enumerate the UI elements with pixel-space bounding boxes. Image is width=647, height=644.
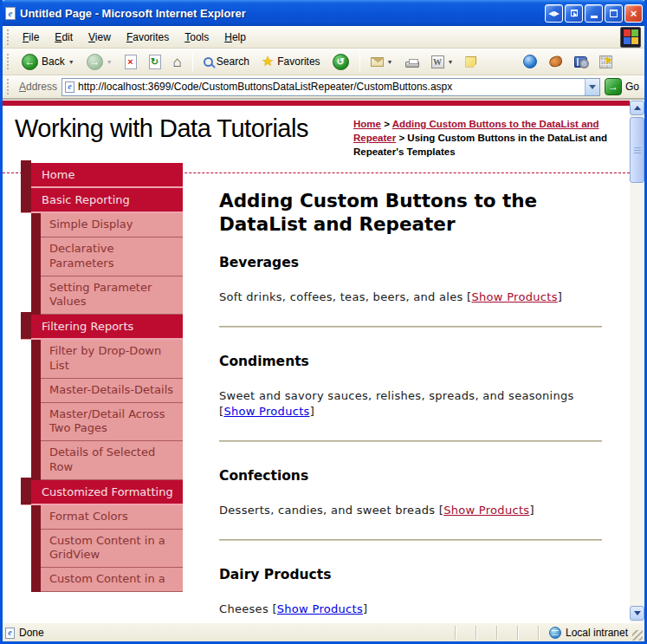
status-bar: e Done Local intranet — [3, 622, 644, 642]
category-section-condiments: Condiments Sweet and savory sauces, reli… — [219, 354, 602, 442]
bracket: ] — [558, 290, 562, 303]
favorites-button[interactable]: ★Favorites — [256, 52, 326, 71]
close-button[interactable]: × — [624, 4, 643, 23]
menu-edit[interactable]: Edit — [47, 29, 81, 46]
category-section-beverages: Beverages Soft drinks, coffees, teas, be… — [219, 255, 602, 328]
forward-button[interactable]: → ▼ — [81, 51, 118, 73]
sidebar-item-declarative-parameters[interactable]: Declarative Parameters — [41, 237, 183, 276]
category-name: Confections — [219, 468, 602, 484]
sidebar-item-custom-content[interactable]: Custom Content in a — [41, 568, 183, 592]
menu-favorites[interactable]: Favorites — [119, 29, 177, 46]
sidebar-item-filter-by-dropdown-list[interactable]: Filter by Drop-Down List — [41, 340, 183, 379]
print-icon — [405, 62, 419, 68]
address-bar: Address e → Go — [3, 75, 644, 99]
show-products-link[interactable]: Show Products — [223, 405, 309, 418]
sidebar-item-master-detail-two-pages[interactable]: Master/Detail Across Two Pages — [41, 403, 183, 442]
toolbar-grip[interactable] — [7, 54, 10, 69]
page-title: Adding Custom Buttons to the DataList an… — [219, 189, 602, 236]
sidebar-item-master-details-details[interactable]: Master-Details-Details — [41, 379, 183, 403]
title-bar[interactable]: e Untitled Page - Microsoft Internet Exp… — [0, 0, 647, 26]
print-button[interactable] — [400, 54, 424, 70]
address-input[interactable] — [78, 80, 581, 94]
word-icon: W — [431, 55, 444, 68]
menu-tools[interactable]: Tools — [177, 29, 217, 46]
menu-help[interactable]: Help — [217, 29, 254, 46]
show-products-link[interactable]: Show Products — [277, 602, 363, 615]
sidebar-item-simple-display[interactable]: Simple Display — [41, 213, 183, 237]
research-button[interactable] — [569, 54, 592, 70]
menu-view[interactable]: View — [81, 29, 119, 46]
sidebar-item-custom-content-gridview[interactable]: Custom Content in a GridView — [41, 530, 183, 569]
binary-tool-icon: 0101 1010 0101 — [599, 55, 612, 68]
sidebar-item-customized-formatting[interactable]: Customized Formatting — [21, 480, 183, 505]
category-description: Soft drinks, coffees, teas, beers, and a… — [219, 289, 602, 305]
category-text: Soft drinks, coffees, teas, beers, and a… — [219, 290, 467, 303]
toolbar-grip[interactable] — [7, 79, 10, 94]
scroll-down-button[interactable] — [630, 606, 644, 621]
scrollbar-thumb[interactable] — [630, 117, 644, 183]
edit-with-word-button[interactable]: W▼ — [426, 53, 459, 71]
status-pane-separator — [538, 626, 540, 640]
stop-button[interactable]: × — [120, 52, 142, 72]
show-products-link[interactable]: Show Products — [443, 504, 529, 517]
page-icon: e — [65, 81, 74, 93]
maximize-button[interactable] — [605, 4, 623, 23]
back-icon: ← — [22, 54, 38, 70]
sidebar-item-details-of-selected-row[interactable]: Details of Selected Row — [41, 441, 183, 480]
discuss-note-icon — [465, 56, 476, 68]
edit-dropdown-icon[interactable]: ▼ — [448, 59, 454, 65]
address-field[interactable]: e — [61, 78, 600, 96]
back-dropdown-icon[interactable]: ▼ — [68, 59, 74, 65]
address-dropdown-button[interactable] — [585, 79, 599, 95]
back-button[interactable]: ← Back▼ — [16, 51, 80, 73]
local-intranet-icon — [549, 627, 561, 639]
go-button[interactable]: → Go — [605, 78, 639, 95]
menu-file[interactable]: File — [15, 29, 47, 46]
discuss-button[interactable] — [460, 54, 482, 70]
pop-out-button[interactable] — [565, 4, 583, 23]
sidebar-item-filtering-reports[interactable]: Filtering Reports — [21, 315, 183, 340]
security-zone-text: Local intranet — [566, 627, 628, 639]
refresh-icon: ↻ — [149, 55, 161, 69]
history-button[interactable]: ↺ — [327, 51, 354, 73]
category-description: Desserts, candies, and sweet breads [Sho… — [219, 503, 602, 518]
category-name: Dairy Products — [219, 567, 602, 582]
pan-window-button[interactable]: ◀▶ — [545, 4, 563, 23]
go-arrow-icon: → — [605, 78, 622, 95]
sidebar-item-setting-parameter-values[interactable]: Setting Parameter Values — [41, 276, 183, 315]
maximize-icon — [610, 10, 618, 17]
msn-button[interactable] — [544, 54, 567, 69]
status-pane-separator — [496, 626, 498, 640]
section-divider — [219, 440, 602, 442]
home-button[interactable]: ⌂ — [168, 52, 187, 72]
scroll-up-button[interactable] — [630, 101, 644, 115]
category-section-confections: Confections Desserts, candies, and sweet… — [219, 468, 602, 541]
sidebar-item-basic-reporting[interactable]: Basic Reporting — [21, 188, 183, 213]
sidebar-subgroup: Filter by Drop-Down List Master-Details-… — [31, 340, 183, 480]
bracket: ] — [529, 504, 534, 517]
show-products-link[interactable]: Show Products — [471, 290, 557, 303]
mail-dropdown-icon[interactable]: ▼ — [387, 59, 393, 65]
mail-button[interactable]: ▼ — [366, 55, 398, 69]
toolbar-separator — [192, 52, 193, 71]
breadcrumb-home-link[interactable]: Home — [353, 119, 381, 129]
thumb-grip-icon — [634, 147, 641, 154]
msn-icon — [548, 55, 563, 68]
pop-out-icon — [571, 10, 578, 16]
search-button[interactable]: Search — [198, 53, 255, 70]
resize-grip[interactable] — [632, 630, 643, 641]
toolbar-grip[interactable] — [7, 29, 10, 45]
refresh-button[interactable]: ↻ — [144, 52, 166, 72]
section-divider — [219, 539, 602, 541]
dev-tool-button[interactable]: 0101 1010 0101 — [594, 53, 618, 71]
sidebar-item-format-colors[interactable]: Format Colors — [41, 505, 183, 530]
history-icon: ↺ — [333, 54, 349, 70]
page-viewport: Working with Data Tutorials Home > Addin… — [3, 99, 644, 622]
sidebar-subgroup: Format Colors Custom Content in a GridVi… — [31, 505, 183, 593]
sidebar-item-home[interactable]: Home — [21, 163, 183, 188]
messenger-button[interactable] — [518, 52, 542, 71]
vertical-scrollbar[interactable] — [630, 101, 644, 622]
breadcrumb-separator: > — [398, 133, 404, 143]
chevron-down-icon — [634, 611, 641, 619]
minimize-button[interactable] — [585, 4, 603, 23]
